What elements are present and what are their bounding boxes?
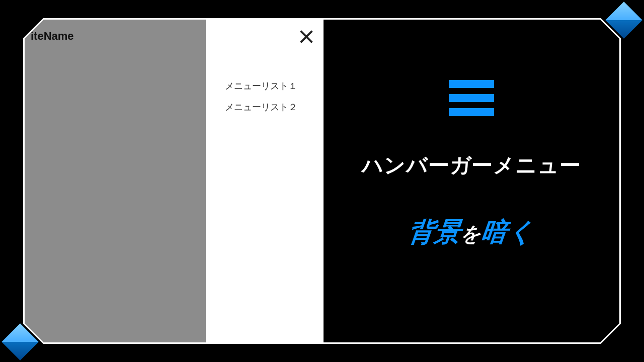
decorative-frame: iteName メニューリスト１ メニューリスト２ ハンバーガーメニュー 背景を… [23, 18, 621, 344]
caption-panel: ハンバーガーメニュー 背景を暗く [324, 20, 619, 342]
frame-inner: iteName メニューリスト１ メニューリスト２ ハンバーガーメニュー 背景を… [25, 20, 619, 342]
subtitle-small: を [459, 223, 482, 245]
subtitle-accent-1: 背景 [407, 217, 462, 246]
caption-subtitle: 背景を暗く [407, 215, 536, 250]
menu-item-1[interactable]: メニューリスト１ [225, 80, 297, 92]
drawer-panel: メニューリスト１ メニューリスト２ [206, 20, 324, 342]
hamburger-icon [449, 80, 494, 116]
drawer-list: メニューリスト１ メニューリスト２ [225, 80, 297, 113]
close-icon[interactable] [298, 29, 314, 45]
menu-item-2[interactable]: メニューリスト２ [225, 101, 297, 113]
subtitle-accent-2: 暗く [480, 217, 536, 246]
caption-title: ハンバーガーメニュー [362, 151, 581, 179]
mockup-panel: iteName メニューリスト１ メニューリスト２ [25, 20, 324, 342]
